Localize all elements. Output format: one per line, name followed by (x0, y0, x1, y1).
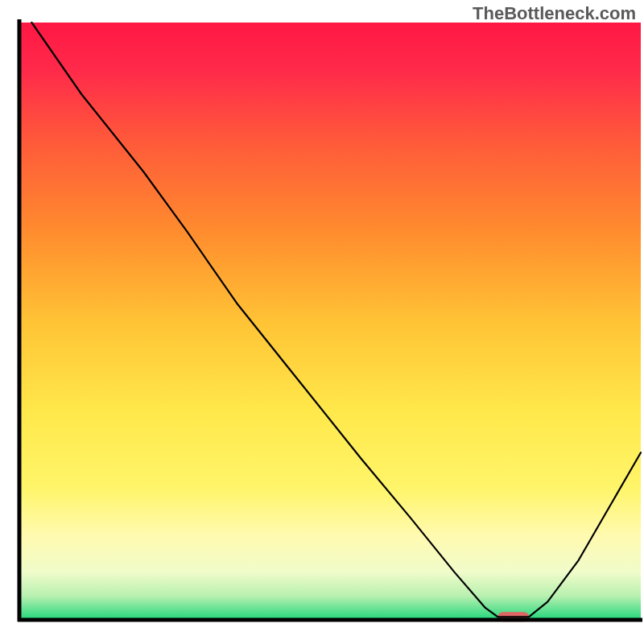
chart-background (19, 23, 641, 620)
attribution-label: TheBottleneck.com (473, 3, 636, 24)
bottleneck-chart (0, 0, 644, 644)
chart-container (0, 0, 644, 644)
